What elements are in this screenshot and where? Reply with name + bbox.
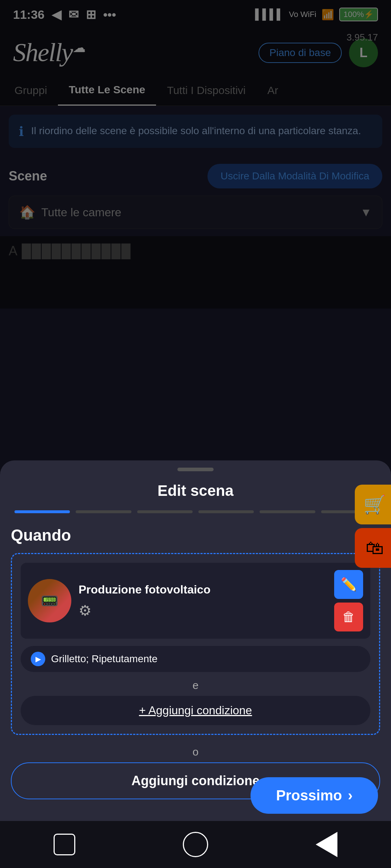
device-card: 📟 Produzione fotovoltaico ⚙ ✏️ 🗑 [21, 563, 370, 639]
edit-device-button[interactable]: ✏️ [334, 570, 363, 599]
conditions-dashed-container: 📟 Produzione fotovoltaico ⚙ ✏️ 🗑 ▶ Grill… [11, 553, 380, 735]
chevron-right-icon: › [348, 787, 353, 804]
quando-section: Quando 📟 Produzione fotovoltaico ⚙ ✏️ 🗑 [0, 526, 391, 799]
device-thumbnail: 📟 [28, 579, 71, 622]
and-connector: e [21, 679, 370, 692]
circle-nav-icon [183, 832, 208, 857]
step-1 [14, 510, 70, 513]
device-thumb-image: 📟 [28, 579, 71, 622]
delete-device-button[interactable]: 🗑 [334, 603, 363, 631]
device-actions: ✏️ 🗑 [334, 570, 363, 631]
step-3 [137, 510, 193, 513]
nav-home-button[interactable] [54, 834, 75, 855]
step-5 [260, 510, 315, 513]
trigger-row: ▶ Grilletto; Ripetutamente [21, 646, 370, 672]
step-indicators [0, 510, 391, 513]
nav-recent-button[interactable] [316, 832, 337, 857]
back-nav-icon [316, 832, 337, 857]
side-cart-button[interactable]: 🛒 [355, 485, 391, 524]
bottom-sheet: Edit scena Quando 📟 Produzione fotovolta… [0, 460, 391, 821]
device-name: Produzione fotovoltaico [79, 583, 327, 596]
nav-back-button[interactable] [183, 832, 208, 857]
step-2 [76, 510, 131, 513]
prossimo-row: Prossimo › [251, 777, 378, 814]
device-info: Produzione fotovoltaico ⚙ [79, 583, 327, 619]
prossimo-button[interactable]: Prossimo › [251, 777, 378, 814]
prossimo-label: Prossimo [276, 787, 342, 804]
or-connector: o [11, 746, 380, 758]
sheet-handle [177, 468, 214, 471]
quando-title: Quando [11, 526, 380, 544]
nav-bar [0, 821, 391, 868]
side-floating-buttons: 🛒 🛍 [355, 485, 391, 568]
sheet-title: Edit scena [0, 482, 391, 499]
trigger-text: Grilletto; Ripetutamente [51, 653, 157, 665]
gear-icon: ⚙ [79, 602, 327, 619]
play-icon: ▶ [31, 652, 45, 666]
step-4 [198, 510, 254, 513]
square-nav-icon [54, 834, 75, 855]
add-condition-inner-button[interactable]: + Aggiungi condizione [21, 696, 370, 725]
side-bag-button[interactable]: 🛍 [355, 528, 391, 568]
